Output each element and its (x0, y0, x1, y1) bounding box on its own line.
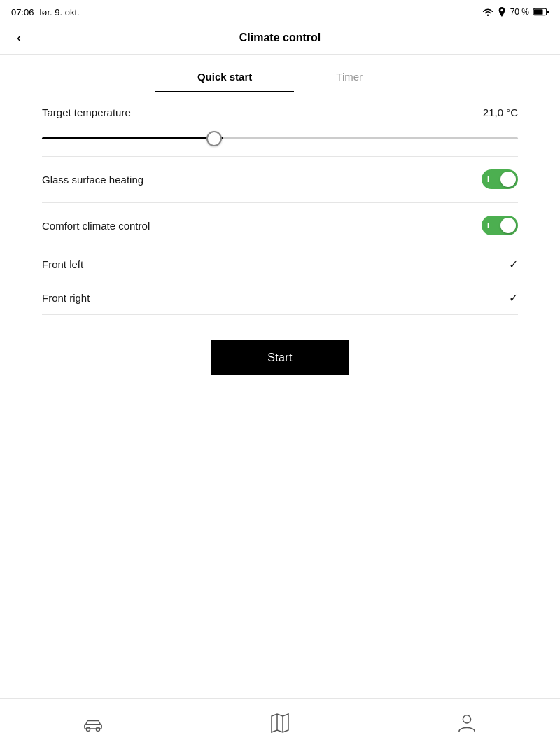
front-left-label: Front left (42, 258, 83, 270)
map-icon (270, 713, 290, 733)
temperature-slider[interactable] (42, 137, 518, 139)
glass-heating-label: Glass surface heating (42, 174, 144, 186)
temperature-slider-container (42, 130, 518, 142)
back-icon: ‹ (17, 29, 22, 45)
comfort-control-knob (500, 218, 516, 233)
header: ‹ Climate control (0, 21, 560, 55)
battery-percent: 70 % (510, 7, 529, 17)
car-icon (83, 713, 103, 733)
comfort-control-toggle[interactable] (482, 216, 518, 235)
temperature-section: Target temperature 21,0 °C (42, 92, 518, 157)
svg-point-5 (97, 727, 100, 731)
bottom-nav (0, 698, 560, 747)
svg-marker-6 (272, 714, 288, 732)
status-date: lør. 9. okt. (40, 7, 80, 18)
nav-profile[interactable] (436, 708, 498, 739)
front-left-check: ✓ (509, 258, 518, 271)
tab-quick-start[interactable]: Quick start (155, 64, 294, 92)
back-button[interactable]: ‹ (11, 27, 27, 48)
comfort-control-label: Comfort climate control (42, 220, 150, 232)
battery-icon (533, 8, 549, 16)
wifi-icon (482, 8, 493, 16)
temperature-value: 21,0 °C (483, 106, 518, 118)
glass-heating-row: Glass surface heating (42, 157, 518, 202)
page-title: Climate control (239, 32, 321, 44)
svg-point-4 (87, 727, 90, 731)
start-button[interactable]: Start (211, 340, 348, 375)
tab-bar: Quick start Timer (0, 55, 560, 92)
glass-heating-toggle[interactable] (482, 169, 518, 189)
nav-car[interactable] (62, 708, 124, 739)
svg-rect-2 (547, 11, 549, 13)
nav-map[interactable] (249, 708, 311, 739)
front-right-check: ✓ (509, 291, 518, 305)
location-icon (498, 7, 506, 17)
front-right-label: Front right (42, 292, 90, 304)
comfort-section: Comfort climate control Front left ✓ Fro… (42, 202, 518, 315)
profile-icon (457, 713, 477, 733)
front-right-row: Front right ✓ (42, 281, 518, 315)
temperature-row: Target temperature 21,0 °C (42, 106, 518, 118)
svg-rect-1 (534, 9, 543, 15)
glass-heating-knob (500, 172, 516, 187)
svg-point-9 (463, 715, 470, 722)
tab-timer[interactable]: Timer (294, 64, 405, 92)
status-time: 07:06 (11, 7, 34, 18)
status-right: 70 % (482, 7, 549, 17)
status-left: 07:06 lør. 9. okt. (11, 7, 80, 18)
comfort-control-row: Comfort climate control (42, 202, 518, 248)
start-section: Start (42, 315, 518, 389)
front-left-row: Front left ✓ (42, 248, 518, 281)
temperature-label: Target temperature (42, 106, 131, 118)
status-bar: 07:06 lør. 9. okt. 70 % (0, 0, 560, 21)
main-content: Target temperature 21,0 °C Glass surface… (0, 92, 560, 389)
